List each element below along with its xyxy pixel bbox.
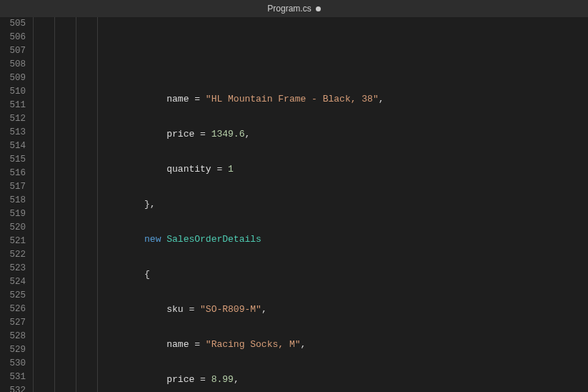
line-number: 526	[4, 303, 26, 316]
code-editor[interactable]: 505 506 507 508 509 510 511 512 513 514 …	[0, 17, 588, 392]
line-number: 513	[4, 126, 26, 139]
line-number: 520	[4, 221, 26, 235]
line-number: 510	[4, 85, 26, 99]
code-line[interactable]: price = 8.99,	[33, 373, 588, 386]
line-number: 523	[4, 262, 26, 275]
line-number: 515	[4, 153, 26, 167]
code-line[interactable]: quantity = 1	[33, 162, 588, 176]
code-line[interactable]: new SalesOrderDetails	[33, 232, 588, 246]
tab-filename: Program.cs	[267, 4, 311, 14]
code-line[interactable]: name = "Racing Socks, M",	[33, 338, 588, 351]
unsaved-indicator-icon	[316, 6, 321, 11]
line-number: 528	[4, 330, 26, 343]
line-number: 506	[4, 31, 26, 44]
line-number: 505	[4, 17, 26, 31]
line-number: 517	[4, 180, 26, 194]
tab-program-cs[interactable]: Program.cs	[267, 4, 320, 14]
line-number: 521	[4, 235, 26, 248]
line-number: 519	[4, 207, 26, 221]
line-number: 508	[4, 58, 26, 72]
code-line[interactable]: },	[33, 197, 588, 211]
line-number: 529	[4, 343, 26, 357]
code-line[interactable]: sku = "SO-R809-M",	[33, 303, 588, 316]
line-number-gutter: 505 506 507 508 509 510 511 512 513 514 …	[0, 17, 33, 392]
code-line[interactable]: {	[33, 268, 588, 281]
line-number: 511	[4, 99, 26, 112]
line-number: 509	[4, 72, 26, 85]
line-number: 525	[4, 289, 26, 303]
code-line[interactable]: price = 1349.6,	[33, 127, 588, 141]
code-line[interactable]: name = "HL Mountain Frame - Black, 38",	[33, 92, 588, 106]
code-area[interactable]: name = "HL Mountain Frame - Black, 38", …	[33, 17, 588, 392]
line-number: 532	[4, 384, 26, 392]
line-number: 507	[4, 44, 26, 58]
tab-bar: Program.cs	[0, 0, 588, 17]
line-number: 524	[4, 275, 26, 289]
line-number: 516	[4, 167, 26, 180]
line-number: 522	[4, 248, 26, 262]
line-number: 531	[4, 371, 26, 384]
line-number: 518	[4, 194, 26, 207]
line-number: 514	[4, 139, 26, 153]
line-number: 512	[4, 112, 26, 126]
line-number: 530	[4, 357, 26, 371]
line-number: 527	[4, 316, 26, 330]
